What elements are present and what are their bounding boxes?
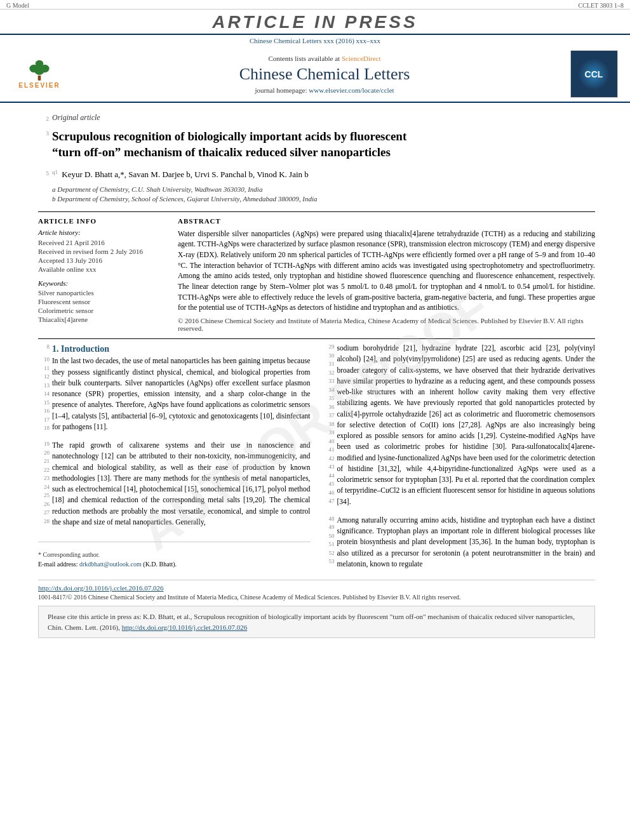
corresponding-section: * Corresponding author. E-mail address: … [38, 542, 311, 569]
elsevier-text: ELSEVIER [18, 82, 60, 89]
accepted-date: Accepted 13 July 2016 [38, 257, 165, 264]
intro-title: 1. Introduction [52, 344, 109, 354]
cite-doi-link[interactable]: http://dx.doi.org/10.1016/j.cclet.2016.0… [122, 623, 247, 631]
journal-header-center: Contents lists available at ScienceDirec… [84, 55, 565, 94]
journal-header: ELSEVIER Contents lists available at Sci… [0, 46, 630, 103]
doi-link[interactable]: http://dx.doi.org/10.1016/j.cclet.2016.0… [38, 584, 163, 592]
abstract-text: Water dispersible silver nanoparticles (… [178, 229, 595, 313]
article-title: Scrupulous recognition of biologically i… [52, 129, 406, 160]
line-21: 21 [38, 457, 52, 466]
line-17: 17 [38, 416, 52, 425]
footer-rights: 1001-8417/© 2016 Chinese Chemical Societ… [38, 594, 595, 601]
body-left-col: 8 1. Introduction 10 11 12 13 14 [38, 343, 311, 573]
affiliation-a: a Department of Chemistry, C.U. Shah Uni… [52, 185, 262, 193]
author-name: (K.D. Bhatt). [143, 561, 177, 568]
section1-header: 8 1. Introduction [38, 343, 311, 356]
available-online: Available online xxx [38, 265, 165, 273]
journal-title: Chinese Chemical Letters [84, 65, 565, 84]
line-8: 8 [38, 343, 52, 356]
right-intro-para1: sodium borohydride [21], hydrazine hydra… [337, 343, 596, 507]
line-11: 11 [38, 364, 52, 373]
line-24: 24 [38, 483, 52, 492]
email-address[interactable]: drkdbhatt@outlook.com [79, 561, 142, 568]
ccl-text: CCL [585, 69, 603, 79]
doi-line-text: Chinese Chemical Letters xxx (2016) xxx–… [250, 37, 380, 44]
keyword-3: Colorimetric sensor [38, 307, 165, 314]
line-19: 19 [38, 440, 52, 449]
journal-homepage: journal homepage: www.elsevier.com/locat… [84, 86, 565, 94]
line-nums-col-2: 19 20 21 22 23 24 25 26 27 28 [38, 440, 52, 531]
elsevier-logo-area: ELSEVIER [8, 57, 84, 91]
line-num-3: 3 [38, 129, 52, 137]
top-strip: G Model CCLET 3803 1–8 [0, 0, 630, 10]
contents-available: Contents lists available at ScienceDirec… [84, 55, 565, 62]
copyright-text: © 2016 Chinese Chemical Society and Inst… [178, 317, 595, 332]
intro-para2: The rapid growth of calixarene systems a… [52, 440, 311, 528]
email-label: E-mail address: [38, 561, 77, 568]
keywords-label: Keywords: [38, 279, 165, 287]
section-divider [38, 338, 595, 339]
svg-point-3 [34, 66, 44, 75]
affiliation-b: b Department of Chemistry, School of Sci… [52, 195, 317, 203]
journal-logo-area: CCL [565, 50, 622, 98]
line-12: 12 [38, 373, 52, 382]
keyword-2: Fluorescent sensor [38, 298, 165, 305]
line-22: 22 [38, 466, 52, 475]
body-right-col: 29 30 31 32 33 34 35 36 37 38 39 40 41 4… [323, 343, 596, 573]
article-in-press-banner: ARTICLE IN PRESS [0, 10, 630, 35]
right-line-nums-2: 48 49 50 51 52 53 [323, 515, 337, 573]
line-16: 16 [38, 407, 52, 416]
ccl-logo-circle: CCL [578, 58, 610, 90]
q1-label: q1 [52, 169, 58, 175]
received-date: Received 21 April 2016 [38, 239, 165, 246]
line-18: 18 [38, 424, 52, 433]
journal-doi-line: Chinese Chemical Letters xxx (2016) xxx–… [0, 35, 630, 46]
authors: q1 Keyur D. Bhatt a,*, Savan M. Darjee b… [52, 169, 309, 180]
line-nums-col-1: 10 11 12 13 14 15 16 17 18 [38, 356, 52, 436]
line-20: 20 [38, 449, 52, 458]
right-intro-para2: Among naturally occurring amino acids, h… [337, 515, 596, 570]
line-10: 10 [38, 356, 52, 364]
line-26: 26 [38, 500, 52, 509]
line-14: 14 [38, 390, 52, 399]
article-info-abstract: ARTICLE INFO Article history: Received 2… [38, 211, 595, 332]
page-wrapper: AUTHOR PROOF G Model CCLET 3803 1–8 ARTI… [0, 0, 630, 643]
sciencedirect-link[interactable]: ScienceDirect [342, 55, 381, 62]
line-15: 15 [38, 399, 52, 408]
history-label: Article history: [38, 229, 165, 236]
elsevier-tree-icon [27, 60, 52, 82]
line-28: 28 [38, 517, 52, 526]
elsevier-logo: ELSEVIER [8, 57, 71, 91]
para1-block: 10 11 12 13 14 15 16 17 18 In the last t… [38, 356, 311, 436]
article-type: Original article [52, 113, 100, 123]
article-info-heading: ARTICLE INFO [38, 217, 165, 225]
cclet-label: CCLET 3803 1–8 [579, 2, 624, 9]
article-info-col: ARTICLE INFO Article history: Received 2… [38, 217, 165, 332]
line-num-2: 2 [38, 116, 52, 122]
keyword-4: Thiacalix[4]arene [38, 316, 165, 323]
right-para2-block: 48 49 50 51 52 53 Among naturally occurr… [323, 515, 596, 573]
homepage-url[interactable]: www.elsevier.com/locate/cclet [309, 86, 394, 94]
line-27: 27 [38, 509, 52, 517]
para2-block: 19 20 21 22 23 24 25 26 27 28 The rapid … [38, 440, 311, 531]
cite-box: Please cite this article in press as: K.… [38, 606, 595, 638]
keyword-1: Silver nanoparticles [38, 289, 165, 297]
svg-rect-4 [38, 75, 41, 80]
line-23: 23 [38, 474, 52, 483]
right-para1-block: 29 30 31 32 33 34 35 36 37 38 39 40 41 4… [323, 343, 596, 511]
line-13: 13 [38, 382, 52, 390]
line-num-5: 5 [38, 169, 52, 177]
body-content: 8 1. Introduction 10 11 12 13 14 [38, 343, 595, 573]
ccl-logo: CCL [570, 50, 618, 98]
revised-date: Received in revised form 2 July 2016 [38, 248, 165, 255]
abstract-col: ABSTRACT Water dispersible silver nanopa… [178, 217, 595, 332]
article-in-press-text: ARTICLE IN PRESS [0, 12, 630, 32]
footer-doi: http://dx.doi.org/10.1016/j.cclet.2016.0… [38, 580, 595, 592]
line-25: 25 [38, 491, 52, 500]
g-model-label: G Model [6, 2, 29, 9]
corresponding-label: * Corresponding author. [38, 550, 311, 560]
email-line: E-mail address: drkdbhatt@outlook.com (K… [38, 560, 311, 570]
right-line-nums: 29 30 31 32 33 34 35 36 37 38 39 40 41 4… [323, 343, 337, 511]
abstract-heading: ABSTRACT [178, 217, 595, 225]
intro-para1: In the last two decades, the use of meta… [52, 356, 311, 432]
